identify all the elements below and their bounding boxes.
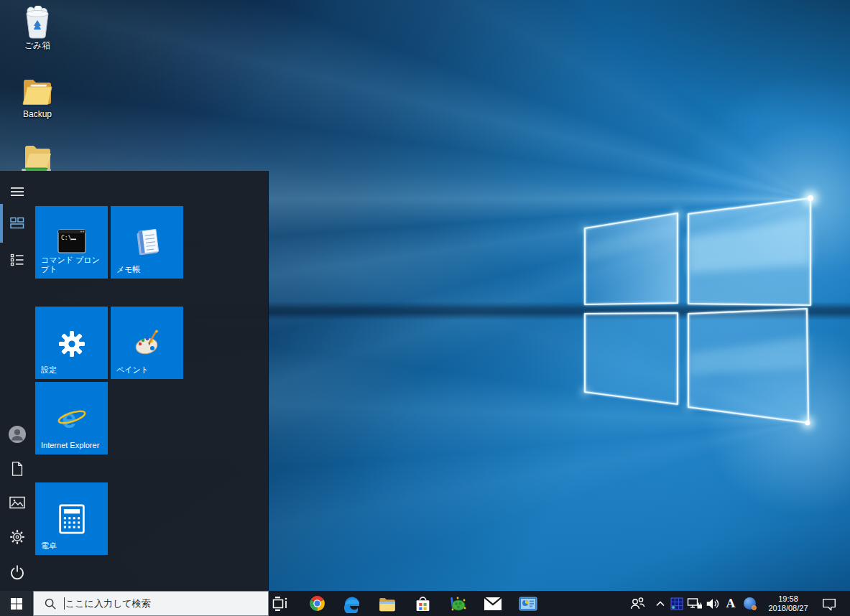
- network-icon: [687, 597, 703, 611]
- power-icon: [9, 564, 26, 581]
- desktop-icon-label: Backup: [10, 110, 65, 119]
- microsoft-store-icon: [414, 594, 432, 613]
- tile-label: 設定: [41, 365, 105, 375]
- tile-notepad[interactable]: メモ帳: [111, 206, 183, 279]
- start-menu-rail: [0, 171, 34, 591]
- search-input[interactable]: ここに入力して検索: [33, 591, 269, 616]
- tile-label: メモ帳: [116, 265, 180, 274]
- desktop-icon-label: ごみ箱: [10, 41, 65, 50]
- rail-selected-indicator: [0, 204, 3, 243]
- speaker-icon: [705, 597, 721, 611]
- calculator-icon: [59, 504, 85, 534]
- user-avatar-icon: [8, 425, 27, 444]
- taskbar-clock[interactable]: 19:58 2018/08/27: [763, 591, 813, 616]
- pinned-tiles-icon: [9, 215, 25, 230]
- search-icon: [44, 597, 57, 610]
- action-center-icon: [821, 596, 837, 612]
- command-prompt-icon: C:\: [56, 228, 88, 255]
- desktop-icon-recycle-bin[interactable]: ごみ箱: [10, 6, 65, 50]
- rail-power-button[interactable]: [4, 559, 30, 585]
- taskbar: ここに入力して検索: [0, 591, 850, 616]
- ime-mode-label: A: [726, 597, 735, 610]
- tile-internet-explorer[interactable]: e Internet Explorer: [35, 382, 108, 454]
- desktop-screen: ごみ箱 Backup: [0, 0, 850, 616]
- settings-gear-icon: [56, 328, 88, 360]
- people-icon: [629, 595, 646, 612]
- file-explorer-icon: [378, 595, 397, 612]
- grid-app-tray-button[interactable]: [667, 591, 686, 616]
- edge-icon: [343, 594, 361, 613]
- tile-label: Internet Explorer: [41, 441, 105, 450]
- tile-label: 電卓: [41, 541, 105, 551]
- windows-start-icon: [10, 597, 23, 610]
- people-button[interactable]: [627, 591, 647, 616]
- ime-mode-indicator[interactable]: A: [723, 591, 739, 616]
- notepad-icon: [131, 228, 163, 258]
- rail-pictures-button[interactable]: [4, 490, 30, 515]
- system-app-icon: [519, 597, 537, 611]
- start-menu-panel: C:\ コマンド プロンプト メモ帳: [0, 171, 269, 591]
- globe-app-tray-button[interactable]: [740, 591, 760, 616]
- task-view-icon: [272, 595, 289, 612]
- desktop-icon-backup-folder[interactable]: Backup: [10, 75, 65, 119]
- tile-paint[interactable]: ペイント: [111, 307, 183, 379]
- rail-pinned-tiles-button[interactable]: [4, 210, 30, 235]
- file-explorer-button[interactable]: [371, 591, 403, 616]
- tile-label: コマンド プロンプト: [41, 256, 105, 274]
- all-apps-list-icon: [9, 252, 25, 268]
- internet-explorer-icon: e: [55, 403, 89, 435]
- document-icon: [9, 461, 25, 477]
- rail-documents-button[interactable]: [4, 456, 30, 482]
- chrome-icon: [308, 594, 326, 612]
- network-tray-button[interactable]: [685, 591, 704, 616]
- tile-command-prompt[interactable]: C:\ コマンド プロンプト: [35, 206, 108, 279]
- tile-calculator[interactable]: 電卓: [35, 482, 108, 555]
- svg-text:C:\: C:\: [61, 235, 72, 241]
- settings-gear-icon: [9, 528, 26, 546]
- text-caret: [64, 597, 65, 610]
- search-placeholder: ここに入力して検索: [65, 597, 151, 610]
- chevron-up-icon: [655, 598, 666, 610]
- svg-text:e: e: [62, 404, 76, 434]
- folder-icon: [21, 75, 54, 108]
- start-button[interactable]: [0, 591, 33, 616]
- globe-app-icon: [742, 596, 758, 612]
- show-hidden-icons-button[interactable]: [652, 591, 669, 616]
- paint-palette-icon: [131, 328, 164, 360]
- turtle-app-icon: [448, 594, 467, 613]
- edge-button[interactable]: [336, 591, 368, 616]
- rail-settings-button[interactable]: [4, 524, 30, 550]
- grid-app-icon: [670, 597, 683, 610]
- pictures-icon: [9, 494, 26, 511]
- volume-tray-button[interactable]: [703, 591, 722, 616]
- rail-user-button[interactable]: [4, 421, 30, 447]
- tile-settings[interactable]: 設定: [35, 307, 108, 379]
- clock-date: 2018/08/27: [763, 604, 813, 613]
- recycle-bin-icon: [22, 6, 53, 39]
- tile-label: ペイント: [116, 365, 180, 375]
- mail-button[interactable]: [477, 591, 509, 616]
- rail-menu-button[interactable]: [4, 179, 30, 205]
- microsoft-store-button[interactable]: [407, 591, 438, 616]
- task-view-button[interactable]: [264, 591, 296, 616]
- turtle-app-button[interactable]: [442, 591, 473, 616]
- clock-time: 19:58: [763, 594, 813, 604]
- hamburger-icon: [10, 185, 24, 199]
- mail-icon: [484, 597, 502, 611]
- system-app-button[interactable]: [512, 591, 544, 616]
- action-center-button[interactable]: [818, 591, 841, 616]
- chrome-button[interactable]: [301, 591, 333, 616]
- rail-all-apps-button[interactable]: [4, 247, 30, 273]
